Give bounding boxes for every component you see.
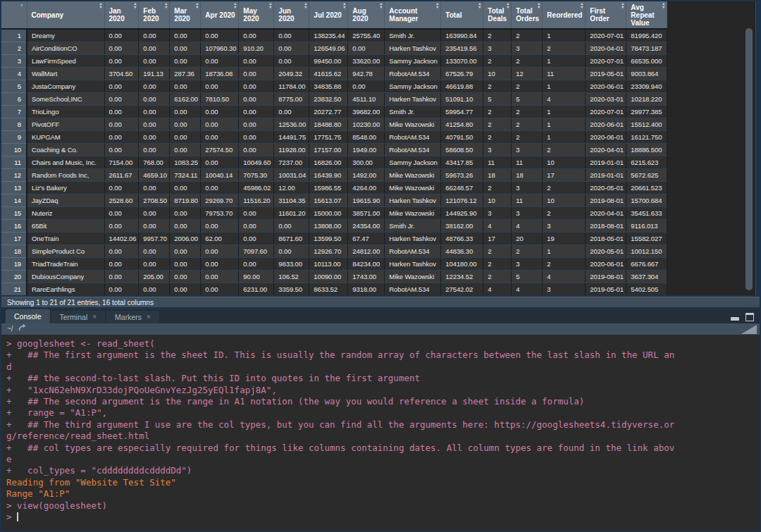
cell: 19 <box>543 233 586 245</box>
row-number: 14 <box>1 194 27 207</box>
row-number: 2 <box>1 42 27 55</box>
console-output[interactable]: > googlesheet <- read_sheet(+ ## The fir… <box>1 335 760 531</box>
cell: 4 <box>483 220 512 233</box>
cell: 0.00 <box>104 55 139 68</box>
cell: 29269.70 <box>201 194 239 207</box>
sort-icon: ▴▾ <box>196 2 198 9</box>
column-header-mar-2020[interactable]: Mar 2020▴▾ <box>170 1 201 29</box>
cell: 34835.88 <box>309 80 348 93</box>
cell: 15000.00 <box>309 207 348 220</box>
cell: 24354.00 <box>348 220 385 233</box>
column-header-may-2020[interactable]: May 2020▴▾ <box>239 1 274 29</box>
tab-markers[interactable]: Markers× <box>106 311 159 323</box>
cell: 2019-05-01 <box>586 283 626 296</box>
tab-label: Terminal <box>60 311 88 323</box>
cell: 0.00 <box>104 271 139 283</box>
column-label: Total Orders <box>516 7 539 23</box>
tab-label: Markers <box>115 311 142 323</box>
cell: 39682.00 <box>348 106 385 118</box>
table-status-bar: Showing 1 to 21 of 21 entries, 16 total … <box>1 297 760 307</box>
cell: 8633.52 <box>309 283 348 296</box>
cell: 24812.00 <box>348 245 385 258</box>
column-header-apr-2020[interactable]: Apr 2020▴▾ <box>201 1 239 29</box>
cell: 0.00 <box>139 182 170 194</box>
table-row: 1Dreamy0.000.000.000.000.000.00138235.44… <box>1 29 667 42</box>
cell: 0.00 <box>139 207 170 220</box>
cell: 67.47 <box>348 233 385 245</box>
cell: Smith Jr. <box>385 29 441 42</box>
cell: 133070.00 <box>441 55 483 68</box>
table-row: 15Nuteriz0.000.000.0079753.700.0011601.2… <box>1 207 667 220</box>
goto-directory-arrow-icon[interactable] <box>18 323 27 335</box>
cell: 10090.00 <box>309 271 348 283</box>
cell: 1 <box>543 245 586 258</box>
column-header-jun-2020[interactable]: Jun 2020▴▾ <box>274 1 309 29</box>
tab-console[interactable]: Console <box>6 309 50 323</box>
cell: 2 <box>543 42 586 55</box>
cell: 10 <box>543 194 586 207</box>
column-header-total[interactable]: Total▴▾ <box>441 1 483 29</box>
column-header-first-order[interactable]: First Order▴▾ <box>586 1 626 29</box>
cell: 11 <box>512 194 543 207</box>
column-header-account-manager[interactable]: Account Manager▴▾ <box>385 1 441 29</box>
cell: OneTrain <box>27 233 104 245</box>
cell: 0.00 <box>139 144 170 156</box>
row-number: 16 <box>1 220 27 233</box>
maximize-icon[interactable] <box>745 313 754 321</box>
row-number: 20 <box>1 271 27 283</box>
cell: 0.00 <box>104 131 139 144</box>
column-header-blank[interactable]: ▼ <box>1 1 27 29</box>
table-row: 3LawFirmSpeed0.000.000.000.000.000.00994… <box>1 55 667 68</box>
cell: 1 <box>543 29 586 42</box>
table-row: 17OneTrain14402.069957.702006.0062.000.0… <box>1 233 667 245</box>
cell: 10049.60 <box>239 156 274 169</box>
row-number: 18 <box>1 245 27 258</box>
cell: RobotAM.534 <box>385 245 441 258</box>
sort-icon: ▴▾ <box>507 2 509 9</box>
sort-icon: ▴▾ <box>134 2 136 9</box>
cell: 29977.385 <box>626 106 667 118</box>
close-icon[interactable]: × <box>147 314 151 321</box>
column-label: Account Manager <box>389 7 418 23</box>
cell: 0.00 <box>139 80 170 93</box>
cell: Sammy Jackson <box>385 80 441 93</box>
cell: 12234.52 <box>441 271 483 283</box>
column-header-avg-repeat-value[interactable]: Avg Repeat Value▴▾ <box>626 1 667 29</box>
cell: RobotAM.534 <box>385 68 441 80</box>
tab-terminal[interactable]: Terminal× <box>51 311 106 323</box>
working-directory-label: ~/ <box>7 325 13 333</box>
data-table: ▼Company▴▾Jan 2020▴▾Feb 2020▴▾Mar 2020▴▾… <box>1 1 667 295</box>
table-row: 1665Bit0.000.000.000.000.000.0013808.002… <box>1 220 667 233</box>
column-header-total-orders[interactable]: Total Orders▴▾ <box>512 1 543 29</box>
column-header-total-deals[interactable]: Total Deals▴▾ <box>483 1 512 29</box>
table-scrollbar[interactable] <box>745 1 753 295</box>
console-input-line: + ## The first argument is the sheet ID.… <box>6 349 760 361</box>
console-input-line: + range = "A1:P", <box>6 407 760 419</box>
cell: 0.00 <box>274 106 309 118</box>
column-header-aug-2020[interactable]: Aug 2020▴▾ <box>348 1 385 29</box>
cell: Liz's Bakery <box>27 182 104 194</box>
column-label: May 2020 <box>243 7 259 23</box>
cell: 11601.20 <box>274 207 309 220</box>
scrollbar-thumb[interactable] <box>745 28 753 290</box>
cell: 17157.00 <box>309 144 348 156</box>
cell: 3 <box>483 42 512 55</box>
cell: 2 <box>543 258 586 271</box>
panel-resize-grip[interactable] <box>741 325 757 334</box>
column-header-jul-2020[interactable]: Jul 2020▴▾ <box>309 1 348 29</box>
cell: 0.00 <box>139 55 170 68</box>
column-header-feb-2020[interactable]: Feb 2020▴▾ <box>139 1 170 29</box>
cell: 2 <box>483 55 512 68</box>
close-icon[interactable]: × <box>92 314 97 321</box>
cell: 2019-08-01 <box>586 271 626 283</box>
cell: 0.00 <box>201 271 239 283</box>
column-header-jan-2020[interactable]: Jan 2020▴▾ <box>104 1 139 29</box>
cell: 4264.00 <box>348 182 385 194</box>
column-header-reordered[interactable]: Reordered▴▾ <box>543 1 586 29</box>
row-number: 6 <box>1 93 27 106</box>
column-label: Reordered <box>547 11 582 19</box>
sort-icon: ▴▾ <box>581 2 583 9</box>
minimize-icon[interactable] <box>731 317 739 321</box>
cell: 2020-07-01 <box>586 106 626 118</box>
column-header-company[interactable]: Company▴▾ <box>27 1 104 29</box>
